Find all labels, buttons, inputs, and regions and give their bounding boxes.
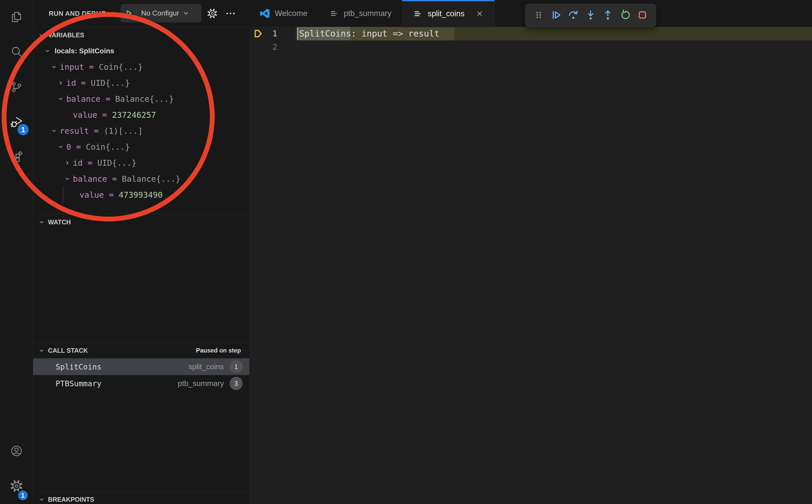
debug-settings-icon[interactable] bbox=[207, 0, 218, 27]
variable-value: UID{...} bbox=[91, 78, 130, 88]
variable-row-0[interactable]: 0 = Coin{...} bbox=[33, 139, 249, 155]
editor-line-2: 2 bbox=[249, 40, 812, 54]
variable-name: value bbox=[79, 190, 104, 200]
twistie-down-icon bbox=[42, 48, 53, 54]
editor-tab-split_coins[interactable]: split_coins bbox=[402, 0, 495, 27]
step-over-button[interactable] bbox=[566, 8, 581, 23]
source-control-icon bbox=[10, 80, 23, 95]
frame-line-badge: 3 bbox=[229, 377, 243, 390]
activity-badge: 1 bbox=[16, 123, 30, 137]
variable-row-id[interactable]: id = UID{...} bbox=[33, 75, 249, 91]
variable-row-result[interactable]: result = (1)[...] bbox=[33, 123, 249, 139]
line-number[interactable]: 2 bbox=[249, 40, 277, 54]
editor-tab-Welcome[interactable]: Welcome bbox=[249, 0, 318, 27]
editor-area: Welcomeptb_summarysplit_coins 1SplitCoin… bbox=[249, 0, 812, 504]
debug-config-label: No Configur bbox=[137, 9, 179, 17]
call-stack-status: Paused on step bbox=[196, 347, 241, 354]
variable-row-id[interactable]: id = UID{...} bbox=[33, 155, 249, 171]
code-editor[interactable]: 1SplitCoins: input => result2 bbox=[249, 27, 812, 504]
start-debugging-icon[interactable] bbox=[121, 7, 137, 19]
variable-row-value[interactable]: value = 237246257 bbox=[33, 107, 249, 123]
activity-item-extensions[interactable] bbox=[0, 140, 33, 175]
chevron-down-icon bbox=[38, 219, 45, 226]
frame-line-badge: 1 bbox=[229, 360, 243, 373]
variable-row-value[interactable]: value = 473993490 bbox=[33, 187, 249, 203]
frame-name: SplitCoins bbox=[56, 362, 102, 371]
variable-name: result bbox=[60, 126, 89, 136]
run-and-debug-sidebar: RUN AND DEBUG No Configur VARIABLES loca… bbox=[33, 0, 249, 504]
chevron-down-icon bbox=[182, 9, 190, 17]
tab-label: ptb_summary bbox=[344, 9, 391, 18]
code-text: SplitCoins: input => result bbox=[299, 27, 440, 40]
debug-toolbar bbox=[525, 4, 656, 27]
watch-header-label: WATCH bbox=[48, 219, 71, 226]
line-number[interactable]: 1 bbox=[249, 27, 277, 40]
breakpoints-header-label: BREAKPOINTS bbox=[48, 496, 94, 503]
variable-name: 0 bbox=[66, 142, 71, 152]
frame-source: split_coins bbox=[188, 362, 224, 371]
variables-header-label: VARIABLES bbox=[48, 31, 84, 39]
close-icon[interactable] bbox=[476, 10, 484, 18]
editor-tab-ptb_summary[interactable]: ptb_summary bbox=[318, 0, 402, 27]
activity-item-source-control[interactable] bbox=[0, 70, 33, 105]
call-stack-header-label: CALL STACK bbox=[48, 347, 88, 354]
restart-button[interactable] bbox=[618, 8, 633, 23]
variable-row-input[interactable]: input = Coin{...} bbox=[33, 59, 249, 75]
breakpoints-section-header[interactable]: BREAKPOINTS bbox=[33, 491, 249, 504]
sidebar-title: RUN AND DEBUG bbox=[49, 0, 106, 27]
variable-row-balance[interactable]: balance = Balance{...} bbox=[33, 171, 249, 187]
activity-item-settings[interactable]: 1 bbox=[0, 469, 33, 504]
step-into-icon bbox=[585, 9, 597, 22]
variables-section-header[interactable]: VARIABLES bbox=[33, 27, 249, 43]
variable-value: 237246257 bbox=[112, 110, 156, 120]
variable-row-balance[interactable]: balance = Balance{...} bbox=[33, 91, 249, 107]
more-actions-icon[interactable] bbox=[225, 0, 236, 27]
step-into-button[interactable] bbox=[583, 8, 598, 23]
variable-name: balance bbox=[73, 174, 107, 184]
extensions-icon bbox=[10, 150, 23, 165]
activity-item-search[interactable] bbox=[0, 35, 33, 70]
list-file-icon bbox=[413, 9, 423, 19]
variable-value: 473993490 bbox=[119, 190, 162, 200]
variables-scope-row[interactable]: locals: SplitCoins bbox=[33, 43, 249, 59]
activity-bar: 11 bbox=[0, 0, 33, 504]
watch-body bbox=[33, 230, 249, 342]
activity-item-accounts[interactable] bbox=[0, 434, 33, 469]
variables-tree: locals: SplitCoinsinput = Coin{...}id = … bbox=[33, 43, 249, 203]
stop-button[interactable] bbox=[635, 8, 650, 23]
list-file-icon bbox=[329, 9, 339, 18]
tab-label: Welcome bbox=[275, 9, 307, 18]
twistie-down-icon bbox=[55, 96, 66, 102]
search-icon bbox=[10, 45, 23, 60]
variable-name: id bbox=[66, 78, 76, 88]
frame-name: PTBSummary bbox=[56, 379, 102, 388]
variable-value: UID{...} bbox=[97, 158, 136, 168]
activity-item-run-and-debug[interactable]: 1 bbox=[0, 105, 33, 140]
chevron-down-icon bbox=[38, 347, 45, 354]
call-stack-section-header[interactable]: CALL STACK Paused on step bbox=[33, 342, 249, 358]
account-icon bbox=[10, 444, 23, 459]
step-out-button[interactable] bbox=[601, 8, 615, 23]
text-cursor bbox=[297, 28, 298, 40]
activity-badge: 1 bbox=[17, 489, 29, 501]
watch-section-header[interactable]: WATCH bbox=[33, 214, 249, 230]
restart-icon bbox=[619, 9, 631, 22]
variable-name: input bbox=[60, 62, 84, 72]
files-icon bbox=[10, 10, 23, 25]
variable-value: (1)[...] bbox=[104, 126, 143, 136]
call-stack-frame-PTBSummary[interactable]: PTBSummaryptb_summary3 bbox=[33, 375, 249, 392]
gripper-icon bbox=[534, 10, 544, 21]
twistie-down-icon bbox=[62, 176, 73, 182]
step-over-icon bbox=[568, 9, 579, 22]
frame-source: ptb_summary bbox=[178, 379, 224, 388]
chevron-down-icon bbox=[38, 496, 45, 503]
debug-config-dropdown[interactable]: No Configur bbox=[121, 4, 201, 22]
drag-handle[interactable] bbox=[532, 8, 546, 23]
continue-button[interactable] bbox=[549, 8, 564, 23]
call-stack-frame-SplitCoins[interactable]: SplitCoinssplit_coins1 bbox=[33, 358, 249, 375]
variable-value: Coin{...} bbox=[99, 62, 143, 72]
variable-value: Balance{...} bbox=[122, 174, 180, 184]
activity-item-explorer[interactable] bbox=[0, 0, 33, 35]
twistie-right-icon bbox=[55, 80, 66, 86]
chevron-down-icon bbox=[38, 32, 45, 39]
